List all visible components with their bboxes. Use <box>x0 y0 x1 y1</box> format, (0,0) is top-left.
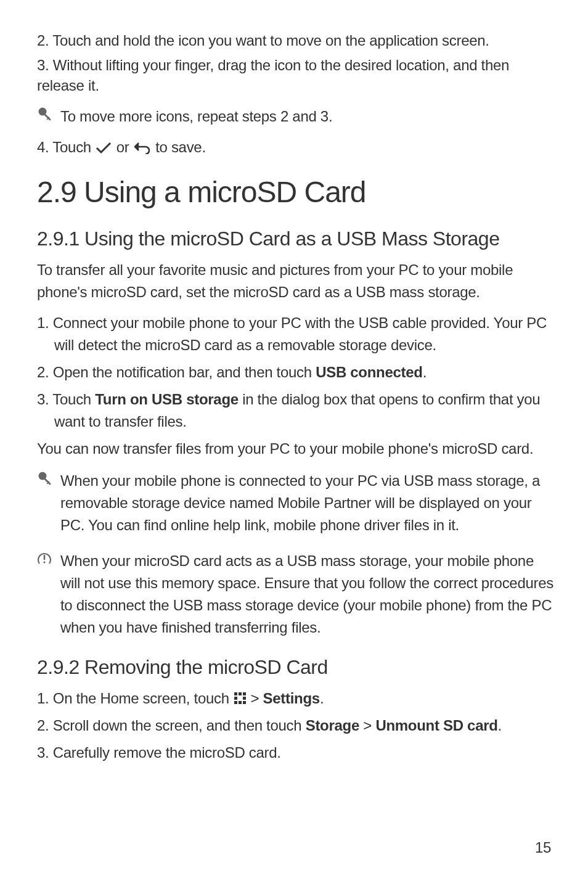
note-repeat-steps: To move more icons, repeat steps 2 and 3… <box>37 105 554 128</box>
usb-step-2: 2. Open the notification bar, and then t… <box>37 361 554 383</box>
step-4-part-a: 4. Touch <box>37 139 95 155</box>
remove-step-1-d: . <box>320 690 324 707</box>
page-number: 15 <box>535 839 551 856</box>
usb-step-3-a: 3. Touch <box>37 391 95 408</box>
usb-step-3: 3. Touch Turn on USB storage in the dial… <box>37 388 554 433</box>
svg-rect-6 <box>243 692 246 695</box>
svg-rect-8 <box>243 697 246 700</box>
remove-step-2-bold2: Unmount SD card <box>375 717 497 734</box>
svg-rect-10 <box>239 701 242 704</box>
remove-step-1-bold: Settings <box>263 690 320 707</box>
remove-step-2-c: > <box>359 717 375 734</box>
step-3: 3. Without lifting your finger, drag the… <box>37 55 554 96</box>
step-4-part-b: or <box>116 139 133 155</box>
remove-step-1: 1. On the Home screen, touch > Settings. <box>37 687 554 710</box>
subsection-heading-2-9-1: 2.9.1 Using the microSD Card as a USB Ma… <box>37 227 554 250</box>
caution-text: When your microSD card acts as a USB mas… <box>60 550 554 639</box>
svg-point-3 <box>43 561 45 563</box>
svg-rect-7 <box>234 697 237 700</box>
usb-step-2-bold: USB connected <box>316 364 422 380</box>
note-mobile-partner: When your mobile phone is connected to y… <box>37 470 554 536</box>
note-icon <box>37 107 52 121</box>
back-arrow-icon <box>133 141 152 154</box>
usb-step-2-a: 2. Open the notification bar, and then t… <box>37 364 316 380</box>
step-2: 2. Touch and hold the icon you want to m… <box>37 31 554 51</box>
usb-step-1: 1. Connect your mobile phone to your PC … <box>37 312 554 356</box>
step-4-part-c: to save. <box>155 139 206 155</box>
caution-memory-space: When your microSD card acts as a USB mas… <box>37 550 554 639</box>
now-transfer-paragraph: You can now transfer files from your PC … <box>37 438 554 460</box>
usb-step-2-c: . <box>423 364 427 380</box>
remove-step-3: 3. Carefully remove the microSD card. <box>37 742 554 764</box>
usb-step-3-bold: Turn on USB storage <box>95 391 239 408</box>
remove-step-2-e: . <box>498 717 502 734</box>
apps-grid-icon <box>233 691 247 705</box>
checkmark-icon <box>95 141 112 154</box>
remove-step-2-a: 2. Scroll down the screen, and then touc… <box>37 717 306 734</box>
svg-rect-11 <box>243 701 246 704</box>
note-text: When your mobile phone is connected to y… <box>60 470 554 536</box>
section-heading-2-9: 2.9 Using a microSD Card <box>37 175 554 209</box>
remove-step-1-b: > <box>251 690 263 707</box>
note-icon <box>37 471 52 486</box>
document-page: 2. Touch and hold the icon you want to m… <box>0 0 588 881</box>
subsection-heading-2-9-2: 2.9.2 Removing the microSD Card <box>37 656 554 679</box>
svg-rect-5 <box>239 692 242 695</box>
caution-icon <box>37 551 52 566</box>
step-4: 4. Touch or to save. <box>37 137 554 157</box>
remove-step-2-bold1: Storage <box>306 717 359 734</box>
intro-paragraph: To transfer all your favorite music and … <box>37 259 554 303</box>
remove-step-1-a: 1. On the Home screen, touch <box>37 690 233 707</box>
svg-rect-9 <box>234 701 237 704</box>
note-text: To move more icons, repeat steps 2 and 3… <box>60 105 554 128</box>
remove-step-2: 2. Scroll down the screen, and then touc… <box>37 715 554 737</box>
svg-rect-4 <box>234 692 237 695</box>
